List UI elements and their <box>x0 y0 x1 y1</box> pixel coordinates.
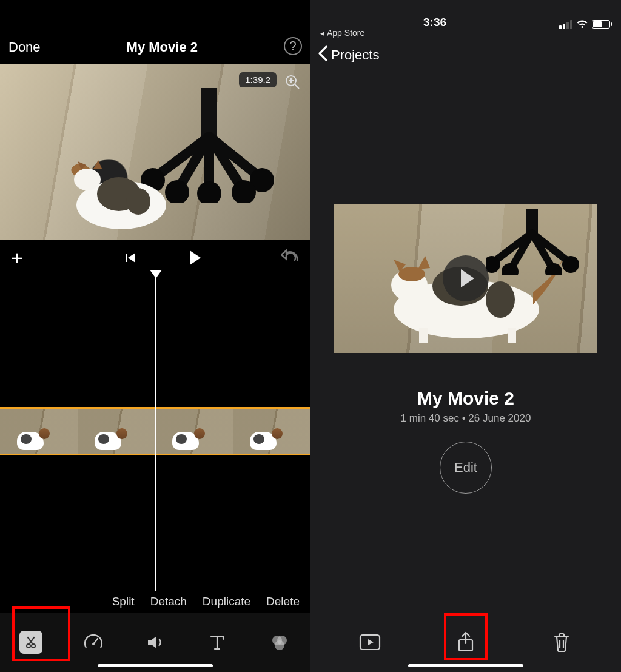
volume-icon <box>146 633 165 652</box>
split-button[interactable]: Split <box>112 595 135 608</box>
undo-button[interactable] <box>281 249 300 266</box>
back-label[interactable]: Projects <box>331 47 379 63</box>
play-icon <box>461 269 474 287</box>
volume-tool[interactable] <box>138 625 172 659</box>
text-icon <box>208 633 226 651</box>
status-icons <box>559 19 610 29</box>
svg-line-11 <box>295 84 299 89</box>
clip-thumb <box>78 409 155 454</box>
zoom-button[interactable] <box>280 70 304 94</box>
status-bar: 3:36 <box>310 0 621 30</box>
back-chevron-icon[interactable] <box>318 45 327 66</box>
play-button[interactable] <box>190 250 201 265</box>
clip-thumb <box>233 409 310 454</box>
editor-screen: Done My Movie 2 1:39.2 + <box>0 0 310 672</box>
skip-start-icon <box>128 253 135 263</box>
edit-button[interactable]: Edit <box>440 442 492 494</box>
video-preview[interactable]: 1:39.2 <box>0 64 310 240</box>
svg-point-9 <box>74 169 101 190</box>
project-thumbnail[interactable] <box>334 204 597 353</box>
add-media-button[interactable]: + <box>11 246 23 270</box>
detach-button[interactable]: Detach <box>150 595 187 608</box>
filters-icon <box>269 632 290 653</box>
svg-point-20 <box>275 640 284 650</box>
play-overlay[interactable] <box>443 255 489 301</box>
play-rect-icon <box>359 634 381 651</box>
highlight-share-button <box>444 613 488 660</box>
skip-to-start-button[interactable] <box>126 253 135 263</box>
speedometer-icon <box>83 632 104 653</box>
timeline[interactable] <box>0 276 310 591</box>
highlight-cut-tool <box>12 606 70 661</box>
svg-point-8 <box>126 188 150 215</box>
svg-point-23 <box>486 281 515 318</box>
filters-tool[interactable] <box>263 625 297 659</box>
help-button[interactable] <box>284 37 302 55</box>
battery-icon <box>592 20 610 29</box>
chair-graphic <box>486 209 583 275</box>
svg-point-25 <box>398 267 425 281</box>
svg-point-17 <box>92 643 95 645</box>
trash-icon <box>552 632 571 653</box>
projects-header: Projects <box>310 38 621 73</box>
question-icon <box>289 40 297 52</box>
undo-icon <box>281 249 300 264</box>
svg-point-5 <box>197 181 221 203</box>
play-project-button[interactable] <box>358 630 382 654</box>
project-subtitle: 1 min 40 sec • 26 June 2020 <box>310 412 621 425</box>
editor-header: Done My Movie 2 <box>0 0 310 64</box>
timecode-pill: 1:39.2 <box>239 72 277 87</box>
delete-button[interactable]: Delete <box>266 595 300 608</box>
svg-rect-27 <box>508 328 516 343</box>
cat-graphic <box>67 158 170 230</box>
speed-tool[interactable] <box>76 625 110 659</box>
clip-thumb <box>155 409 233 454</box>
done-button[interactable]: Done <box>8 39 41 55</box>
playback-controls <box>126 250 201 265</box>
delete-project-button[interactable] <box>549 630 574 654</box>
home-indicator[interactable] <box>98 664 213 667</box>
editor-title: My Movie 2 <box>127 39 198 55</box>
svg-rect-26 <box>419 328 428 343</box>
project-title: My Movie 2 <box>310 388 621 409</box>
back-to-app-button[interactable]: App Store <box>310 28 621 38</box>
titles-tool[interactable] <box>200 625 234 659</box>
home-indicator[interactable] <box>408 664 523 667</box>
projects-screen: 3:36 App Store Projects <box>310 0 621 672</box>
duplicate-button[interactable]: Duplicate <box>203 595 250 608</box>
status-time: 3:36 <box>310 16 559 29</box>
playhead[interactable] <box>155 276 156 591</box>
svg-point-30 <box>562 256 579 273</box>
cellular-icon <box>559 20 572 29</box>
clip-thumb <box>0 409 78 454</box>
wifi-icon <box>576 19 588 29</box>
zoom-in-icon <box>284 74 300 90</box>
